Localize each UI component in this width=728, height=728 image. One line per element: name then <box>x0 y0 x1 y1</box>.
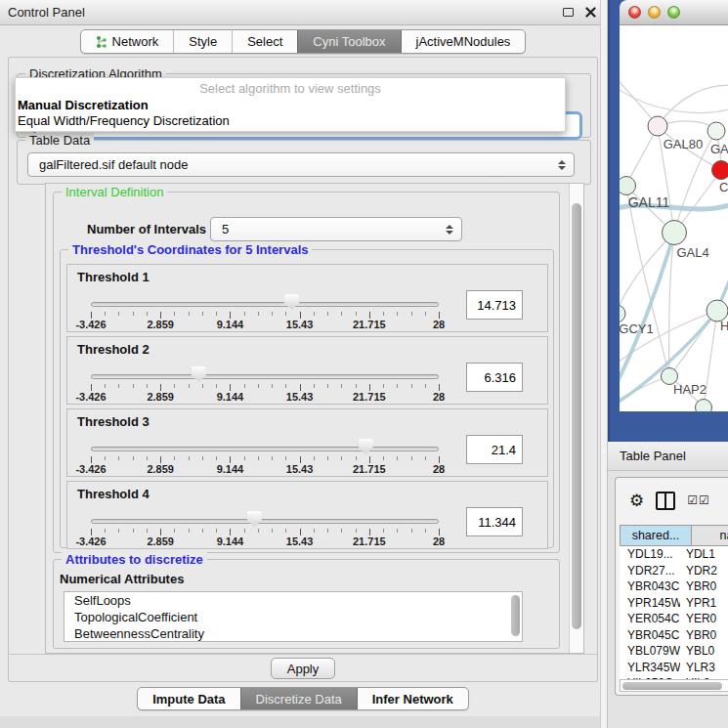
threshold-4-slider-thumb[interactable] <box>247 511 262 527</box>
list-item[interactable]: TopologicalCoefficient <box>64 609 522 625</box>
numerical-attributes-heading: Numerical Attributes <box>60 572 184 586</box>
tab-impute-data[interactable]: Impute Data <box>138 688 239 709</box>
settings-scrollpane: Interval Definition Number of Intervals … <box>45 183 584 654</box>
tab-cyni-toolbox[interactable]: Cyni Toolbox <box>297 30 400 53</box>
table-row[interactable]: YDR27...YDR2 <box>620 563 728 579</box>
network-view-canvas[interactable]: GAL80 GA C GAL11 GAL4 GCY1 H HAP2 <box>620 25 728 411</box>
threshold-4-slider-track[interactable] <box>91 519 439 524</box>
zoom-traffic-light-icon[interactable] <box>667 6 680 19</box>
table-row[interactable]: YLR345WYLR3 <box>620 660 728 676</box>
threshold-4-value-field[interactable]: 11.344 <box>466 507 523 536</box>
threshold-2-slider-track[interactable] <box>91 374 439 379</box>
control-panel-tabs: Network Style Select Cyni Toolbox jActiv… <box>0 29 606 54</box>
table-row[interactable]: YBR043CYBR0 <box>620 578 728 595</box>
node-gal80[interactable] <box>648 116 667 136</box>
node-label-gcy1: GCY1 <box>620 321 654 336</box>
node-partial-top[interactable] <box>707 122 725 140</box>
close-icon[interactable] <box>585 7 596 18</box>
network-icon <box>96 35 107 49</box>
table-row[interactable]: YDL19...YDL1 <box>620 546 728 563</box>
table-data-group-title: Table Data <box>25 133 94 148</box>
node-red[interactable] <box>712 161 728 180</box>
threshold-1-slider-thumb[interactable] <box>284 294 299 310</box>
table-data-selected-value: galFiltered.sif default node <box>39 157 188 172</box>
panel-splitter[interactable] <box>600 0 608 728</box>
tab-discretize-data[interactable]: Discretize Data <box>240 688 357 709</box>
cell: YDR2 <box>680 563 728 579</box>
tab-cyni-toolbox-label: Cyni Toolbox <box>313 30 385 54</box>
node-gal11[interactable] <box>620 177 636 195</box>
tick-marks-major <box>91 384 442 391</box>
scale-label: -3.426 <box>75 535 106 547</box>
algorithm-option-equal-width[interactable]: Equal Width/Frequency Discretization <box>16 112 565 128</box>
threshold-2-scale: -3.426 2.859 9.144 15.43 21.715 28 <box>91 391 439 403</box>
close-traffic-light-icon[interactable] <box>628 6 641 19</box>
node-partial-bottom[interactable] <box>696 400 712 412</box>
table-row[interactable]: YPR145WYPR1 <box>620 595 728 612</box>
number-of-intervals-combobox[interactable]: 5 <box>210 217 462 241</box>
threshold-1-value-field[interactable]: 14.713 <box>466 290 523 320</box>
scale-label: 15.43 <box>286 391 314 403</box>
threshold-1-slider-track[interactable] <box>91 302 439 307</box>
attributes-group: Attributes to discretize Numerical Attri… <box>53 559 560 649</box>
cell: YDR27... <box>620 563 680 579</box>
tab-discretize-data-label: Discretize Data <box>256 688 342 710</box>
cell: YBR0 <box>680 627 728 644</box>
table-row[interactable]: YER054CYER0 <box>620 611 728 627</box>
select-columns-icon[interactable]: ☑☑ <box>687 493 710 507</box>
node-label-gal4: GAL4 <box>676 245 708 260</box>
list-item[interactable]: BetweennessCentrality <box>64 625 522 642</box>
cell: YBL0 <box>680 643 728 660</box>
tab-select-label: Select <box>247 30 282 54</box>
table-data-combobox[interactable]: galFiltered.sif default node <box>27 152 575 177</box>
network-window-titlebar[interactable] <box>620 0 728 25</box>
threshold-4-label: Threshold 4 <box>77 487 150 501</box>
threshold-2-slider-thumb[interactable] <box>192 366 206 382</box>
column-header-shared-name[interactable]: shared... <box>620 525 692 546</box>
tick-marks-major <box>91 312 442 319</box>
table-row[interactable]: YBL079WYBL0 <box>620 643 728 660</box>
column-layout-icon[interactable] <box>656 492 675 510</box>
tab-jactivemnodules[interactable]: jActiveMNodules <box>401 30 526 53</box>
table-rows[interactable]: YDL19...YDL1 YDR27...YDR2 YBR043CYBR0 YP… <box>620 546 728 691</box>
apply-button[interactable]: Apply <box>271 658 335 679</box>
vertical-scrollbar-thumb[interactable] <box>572 203 581 629</box>
horizontal-scrollbar[interactable] <box>620 679 728 692</box>
scale-label: 9.144 <box>217 319 244 330</box>
numerical-attributes-list[interactable]: SelfLoops TopologicalCoefficient Between… <box>64 591 523 642</box>
table-row[interactable]: YBR045CYBR0 <box>620 627 728 644</box>
scale-label: 9.144 <box>217 535 244 547</box>
list-item[interactable]: SelfLoops <box>64 592 522 609</box>
tab-style[interactable]: Style <box>173 30 232 53</box>
float-window-icon[interactable] <box>563 8 574 17</box>
vertical-scrollbar[interactable] <box>569 184 583 653</box>
tab-select[interactable]: Select <box>232 30 297 53</box>
minimize-traffic-light-icon[interactable] <box>648 6 661 19</box>
combo-stepper-icon <box>446 225 453 235</box>
list-scrollbar-thumb[interactable] <box>511 595 520 636</box>
threshold-2-label: Threshold 2 <box>77 342 150 357</box>
scale-label: 28 <box>433 463 445 475</box>
gear-icon[interactable]: ⚙ <box>629 492 644 509</box>
scale-label: 21.715 <box>353 391 386 403</box>
threshold-2-value-field[interactable]: 6.316 <box>466 363 523 392</box>
scale-label: 2.859 <box>147 319 174 330</box>
tab-infer-network[interactable]: Infer Network <box>357 688 468 709</box>
node-gcy1[interactable] <box>620 305 625 322</box>
tab-network[interactable]: Network <box>81 30 174 53</box>
node-label-gal11: GAL11 <box>628 194 670 210</box>
algorithm-option-manual[interactable]: Manual Discretization <box>16 96 565 112</box>
thresholds-group: Threshold's Coordinates for 5 Intervals … <box>60 249 554 548</box>
horizontal-scrollbar-thumb[interactable] <box>622 682 722 690</box>
column-header-name[interactable]: na <box>692 525 728 546</box>
threshold-3-slider-track[interactable] <box>91 447 439 451</box>
node-label-partial-right: C <box>719 180 728 194</box>
scale-label: 15.43 <box>286 319 314 330</box>
threshold-3-slider-thumb[interactable] <box>359 439 373 454</box>
threshold-3-value-field[interactable]: 21.4 <box>466 435 523 464</box>
scale-label: 21.715 <box>353 463 386 475</box>
thresholds-group-title: Threshold's Coordinates for 5 Intervals <box>68 242 312 257</box>
scale-label: 15.43 <box>286 535 314 547</box>
node-gal4[interactable] <box>663 221 687 245</box>
panel-footer: Apply <box>9 654 597 682</box>
